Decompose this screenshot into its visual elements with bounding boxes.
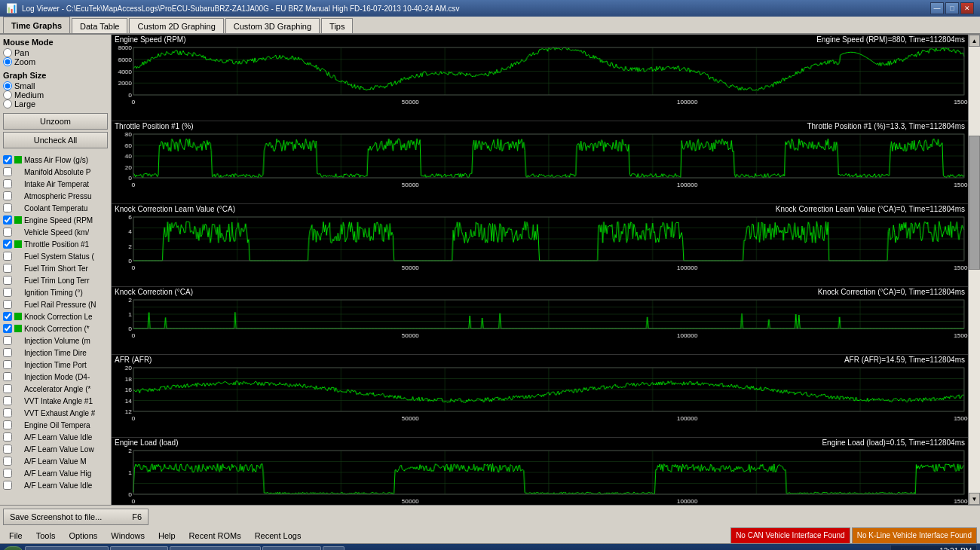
charts-area[interactable]: Engine Speed (RPM)Engine Speed (RPM)=880… <box>112 35 968 505</box>
channel-checkbox[interactable] <box>3 408 12 417</box>
channel-checkbox[interactable] <box>3 420 12 429</box>
channel-checkbox[interactable] <box>3 360 12 369</box>
medium-radio-input[interactable] <box>3 90 12 99</box>
large-radio[interactable]: Large <box>3 99 108 108</box>
menu-recent-logs[interactable]: Recent Logs <box>249 530 308 542</box>
close-button[interactable]: ✕ <box>960 2 974 14</box>
tab-tips[interactable]: Tips <box>321 18 353 33</box>
menu-tools[interactable]: Tools <box>30 530 62 542</box>
channel-item[interactable]: Intake Air Temperat <box>3 178 108 190</box>
channel-item[interactable]: A/F Learn Value Low <box>3 443 108 455</box>
channel-checkbox[interactable] <box>3 336 12 345</box>
channel-checkbox[interactable] <box>3 276 12 285</box>
chart-canvas[interactable] <box>112 297 968 342</box>
channel-item[interactable]: Injection Volume (m <box>3 335 108 347</box>
channel-checkbox[interactable] <box>3 264 12 273</box>
channel-item[interactable]: Fuel Trim Short Ter <box>3 262 108 274</box>
channel-item[interactable]: Injection Time Port <box>3 359 108 371</box>
channel-checkbox[interactable] <box>3 384 12 393</box>
channel-item[interactable]: Injection Time Dire <box>3 347 108 359</box>
small-radio-input[interactable] <box>3 81 12 90</box>
channel-item[interactable]: Engine Speed (RPM <box>3 214 108 226</box>
tab-custom-2d[interactable]: Custom 2D Graphing <box>129 18 223 33</box>
channel-checkbox[interactable] <box>3 179 12 188</box>
channel-item[interactable]: Knock Correction (* <box>3 322 108 335</box>
taskbar-backygui[interactable]: 🖥 BackkyGui - YX10... <box>170 546 261 550</box>
screenshot-button[interactable]: Save Screenshot to file... F6 <box>3 509 149 525</box>
channel-item[interactable]: Manifold Absolute P <box>3 166 108 178</box>
channel-item[interactable]: Knock Correction Le <box>3 310 108 322</box>
chart-canvas[interactable] <box>112 44 968 108</box>
unzoom-button[interactable]: Unzoom <box>3 113 108 130</box>
uncheck-all-button[interactable]: Uncheck All <box>3 132 108 148</box>
tab-custom-3d[interactable]: Custom 3D Graphing <box>225 18 320 33</box>
channel-checkbox[interactable] <box>3 324 12 333</box>
menu-recent-roms[interactable]: Recent ROMs <box>183 530 247 542</box>
chart-canvas[interactable] <box>112 214 968 274</box>
channel-item[interactable]: Vehicle Speed (km/ <box>3 226 108 238</box>
channel-checkbox[interactable] <box>3 457 12 466</box>
channel-item[interactable]: VVT Intake Angle #1 <box>3 395 108 407</box>
menu-help[interactable]: Help <box>152 530 182 542</box>
channel-checkbox[interactable] <box>3 469 12 478</box>
channel-item[interactable]: A/F Learn Value Hig <box>3 467 108 479</box>
scroll-up-button[interactable]: ▲ <box>969 35 980 47</box>
medium-radio[interactable]: Medium <box>3 90 108 99</box>
channel-item[interactable]: A/F Learn Value Idle <box>3 431 108 443</box>
channel-item[interactable]: Atmospheric Pressu <box>3 190 108 202</box>
channel-checkbox[interactable] <box>3 445 12 454</box>
scrollbar[interactable]: ▲ ▼ <box>968 35 980 505</box>
taskbar-85[interactable]: 85 <box>323 546 345 550</box>
pan-radio[interactable]: Pan <box>3 48 108 57</box>
zoom-radio[interactable]: Zoom <box>3 57 108 66</box>
channel-checkbox[interactable] <box>3 372 12 381</box>
channel-item[interactable]: Injection Mode (D4- <box>3 371 108 383</box>
channel-item[interactable]: VVT Exhaust Angle # <box>3 407 108 419</box>
channel-checkbox[interactable] <box>3 288 12 297</box>
maximize-button[interactable]: □ <box>945 2 959 14</box>
menu-options[interactable]: Options <box>63 530 103 542</box>
start-button[interactable]: ⊞ <box>3 546 23 550</box>
channel-checkbox[interactable] <box>3 300 12 309</box>
scroll-down-button[interactable]: ▼ <box>969 493 980 505</box>
channel-checkbox[interactable] <box>3 348 12 357</box>
channel-item[interactable]: Throttle Position #1 <box>3 238 108 250</box>
small-radio[interactable]: Small <box>3 81 108 90</box>
channel-item[interactable]: Mass Air Flow (g/s) <box>3 154 108 166</box>
channel-checkbox[interactable] <box>3 215 12 225</box>
channel-item[interactable]: Fuel Trim Long Terr <box>3 274 108 286</box>
chart-canvas[interactable] <box>112 448 968 505</box>
channel-item[interactable]: Accelerator Angle (* <box>3 383 108 395</box>
channel-item[interactable]: Fuel System Status ( <box>3 250 108 262</box>
scroll-thumb[interactable] <box>969 136 980 270</box>
tab-time-graphs[interactable]: Time Graphs <box>3 17 70 33</box>
channel-checkbox[interactable] <box>3 240 12 249</box>
large-radio-input[interactable] <box>3 99 12 108</box>
channel-item[interactable]: A/F Learn Value Idle <box>3 479 108 491</box>
channel-checkbox[interactable] <box>3 155 12 164</box>
channel-item[interactable]: Fuel Rail Pressure (N <box>3 298 108 310</box>
channel-checkbox[interactable] <box>3 481 12 490</box>
minimize-button[interactable]: — <box>930 2 944 14</box>
menu-file[interactable]: File <box>3 530 29 542</box>
channel-checkbox[interactable] <box>3 252 12 261</box>
alert-can-button[interactable]: No CAN Vehicle Interface Found <box>730 527 850 544</box>
taskbar-steelecu[interactable]: ⚙ Steel ECU <box>262 546 321 550</box>
channel-checkbox[interactable] <box>3 396 12 405</box>
tab-data-table[interactable]: Data Table <box>72 18 127 33</box>
channel-checkbox[interactable] <box>3 203 12 212</box>
channel-checkbox[interactable] <box>3 167 12 176</box>
taskbar-backupfly[interactable]: 💾 Backupfly <box>110 546 168 550</box>
channel-item[interactable]: Engine Oil Tempera <box>3 419 108 431</box>
channel-item[interactable]: Coolant Temperatu <box>3 202 108 214</box>
zoom-radio-input[interactable] <box>3 57 12 66</box>
channel-checkbox[interactable] <box>3 312 12 321</box>
pan-radio-input[interactable] <box>3 48 12 57</box>
channel-checkbox[interactable] <box>3 191 12 200</box>
taskbar-adobe[interactable]: 📄 Adobe Reader XI <box>25 546 109 550</box>
channel-item[interactable]: A/F Learn Value M <box>3 455 108 467</box>
menu-windows[interactable]: Windows <box>105 530 151 542</box>
alert-kline-button[interactable]: No K-Line Vehicle Interface Found <box>852 527 977 544</box>
channel-checkbox[interactable] <box>3 432 12 442</box>
channel-checkbox[interactable] <box>3 228 12 237</box>
